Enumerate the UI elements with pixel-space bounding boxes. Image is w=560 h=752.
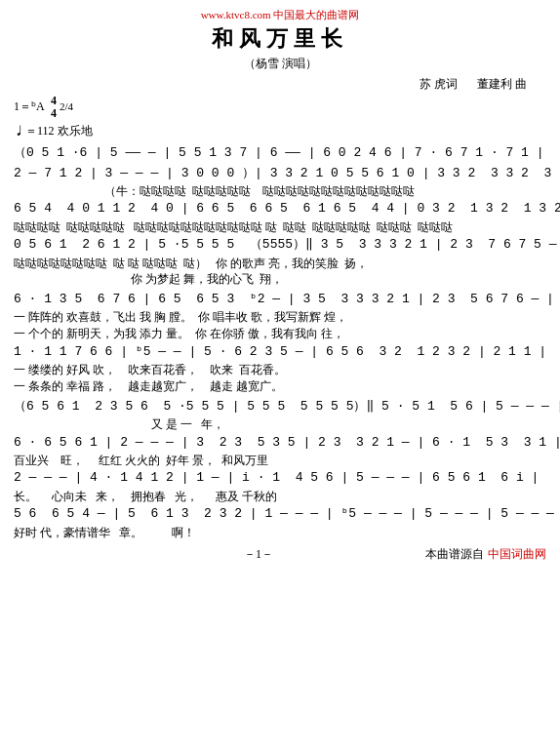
notation-line-5: 6 · 1 3 5 6 7 6 | 6 5 6 5 3 ᵇ2 — | 3 5 3… — [14, 290, 546, 309]
notation-line-6: 1 · 1 1 7 6 6 | ᵇ5 — — | 5 · 6 2 3 5 — |… — [14, 342, 546, 362]
meta-row: 苏 虎词 董建利 曲 — [14, 76, 546, 93]
notation-line-4: 0 5 6 1 2 6 1 2 | 5 ·5 5 5 5 （5555）‖ 3 5… — [14, 235, 546, 255]
lyric-line-6b: 一 条条的 幸福 路， 越走越宽广， 越走 越宽广。 — [14, 378, 546, 395]
lyric-line-4: 哒哒哒哒哒哒哒哒 哒 哒 哒哒哒 哒） 你 的歌声 亮，我的笑脸 扬， — [14, 256, 546, 272]
lyric-line-2: （牛：哒哒哒哒 哒哒哒哒哒 哒哒哒哒哒哒哒哒哒哒哒哒哒 — [14, 183, 546, 200]
lyric-line-5b: 一 个个的 新明天，为我 添力 量。 你 在你骄 傲，我有我向 往， — [14, 326, 546, 342]
section-chorus: （6 5 6 1 2 3 5 6 5 ·5 5 5 | 5 5 5 5 5 5 … — [14, 397, 546, 541]
site-url: www.ktvc8.com — [201, 9, 271, 20]
lyric-line-9: 长。 心向未 来， 拥抱春 光， 惠及 千秋的 — [14, 489, 546, 505]
lyric-line-4b: 你 为梦起 舞，我的心飞 翔， — [14, 271, 546, 288]
section-intro: （0 5 1 ·6 | 5 —— — | 5 5 1 3 7 | 6 —— | … — [14, 143, 546, 288]
song-title: 和风万里长 — [14, 24, 546, 54]
footer-right: 本曲谱源自 中国词曲网 — [425, 546, 546, 563]
lyric-line-3: 哒哒哒哒 哒哒哒哒哒 哒哒哒哒哒哒哒哒哒哒哒 哒 哒哒 哒哒哒哒哒 哒哒哒 哒哒… — [14, 219, 546, 236]
lyricist: 苏 虎词 — [420, 76, 458, 93]
header-info: 1＝ᵇA 4 4 2/4 — [14, 95, 546, 120]
notation-line-7: （6 5 6 1 2 3 5 6 5 ·5 5 5 | 5 5 5 5 5 5 … — [14, 397, 546, 416]
key-label: 1＝ᵇA 4 4 2/4 — [14, 95, 73, 120]
source-label: 本曲谱源自 — [425, 546, 484, 563]
source-site: 中国词曲网 — [488, 546, 546, 563]
notation-line-2: 2 — 7 1 2 | 3 — — — | 3 0 0 0 ）| 3 3 2 1… — [14, 164, 546, 183]
composer: 董建利 曲 — [477, 76, 527, 93]
tempo-row: ♩＝112 欢乐地 — [14, 123, 546, 139]
lyric-line-10: 好时 代，豪情谱华 章。 啊！ — [14, 525, 546, 541]
page: www.ktvc8.com 中国最大的曲谱网 和风万里长 （杨雪 演唱） 苏 虎… — [0, 0, 560, 752]
site-desc: 中国最大的曲谱网 — [273, 9, 359, 20]
song-subtitle: （杨雪 演唱） — [14, 56, 546, 72]
notation-line-1: （0 5 1 ·6 | 5 —— — | 5 5 1 3 7 | 6 —— | … — [14, 143, 546, 163]
lyric-line-7: 又 是 一 年， — [14, 416, 546, 433]
notation-line-9: 2 — — — | 4 · 1 4 1 2 | 1 — | i · 1 4 5 … — [14, 468, 546, 488]
notation-line-10: 5 6 6 5 4 — | 5 6 1 3 2 3 2 | 1 — — — | … — [14, 504, 546, 524]
top-banner: www.ktvc8.com 中国最大的曲谱网 — [14, 8, 546, 22]
lyric-line-5: 一 阵阵的 欢喜鼓，飞出 我 胸 膛。 你 唱丰收 歌，我写新辉 煌， — [14, 309, 546, 326]
notation-line-3: 6 5 4 4 0 1 1 2 4 0 | 6 6 5 6 6 5 6 1 6 … — [14, 199, 546, 218]
lyric-line-8: 百业兴 旺， 红红 火火的 好年 景， 和风万里 — [14, 453, 546, 469]
footer: －1－ 本曲谱源自 中国词曲网 — [14, 546, 546, 563]
lyric-line-6: 一 缕缕的 好风 吹， 吹来百花香， 吹来 百花香。 — [14, 362, 546, 378]
page-number: －1－ — [92, 546, 425, 563]
section-verse1: 6 · 1 3 5 6 7 6 | 6 5 6 5 3 ᵇ2 — | 3 5 3… — [14, 290, 546, 394]
notation-line-8: 6 · 6 5 6 1 | 2 — — — | 3 2 3 5 3 5 | 2 … — [14, 433, 546, 453]
